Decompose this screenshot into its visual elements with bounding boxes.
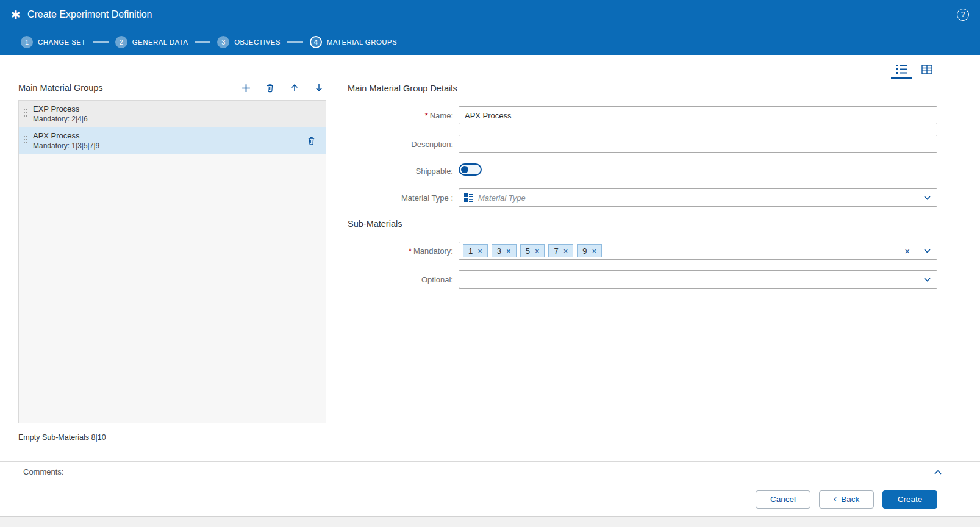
details-title: Main Material Group Details <box>348 82 937 95</box>
step-label: OBJECTIVES <box>234 38 281 46</box>
drag-handle-icon[interactable] <box>23 135 27 147</box>
material-group-item[interactable]: EXP Process Mandatory: 2|4|6 <box>19 101 326 127</box>
page-title: Create Experiment Definition <box>27 9 957 20</box>
toggle-knob <box>461 166 468 173</box>
name-row: *Name: <box>348 106 937 124</box>
app-asterisk-icon: ✱ <box>11 9 21 21</box>
token-remove-icon[interactable]: × <box>506 246 511 256</box>
description-input[interactable] <box>459 135 937 153</box>
shippable-label: Shippable: <box>348 167 459 176</box>
optional-multi-combo[interactable] <box>459 270 937 289</box>
description-label: Description: <box>348 140 459 149</box>
step-number: 1 <box>21 36 33 48</box>
step-label: CHANGE SET <box>38 38 86 46</box>
collapse-chevron-up-icon[interactable] <box>931 465 945 479</box>
main-content: Main Material Groups <box>0 55 980 461</box>
panel-header: Main Material Groups <box>18 77 326 99</box>
comments-label: Comments: <box>23 467 931 476</box>
item-title: APX Process <box>33 131 99 140</box>
item-text: APX Process Mandatory: 1|3|5|7|9 <box>33 131 99 150</box>
step-connector <box>93 41 109 43</box>
description-row: Description: <box>348 135 937 153</box>
delete-button[interactable] <box>263 81 277 95</box>
step-number: 4 <box>310 36 322 48</box>
footer-action-bar: Cancel ‹Back Create <box>0 482 980 516</box>
create-button[interactable]: Create <box>882 490 937 509</box>
material-type-row: Material Type : Material Type <box>348 188 937 207</box>
value-help-icon <box>464 193 473 202</box>
wizard-step-change-set[interactable]: 1 CHANGE SET <box>21 36 86 48</box>
mandatory-dropdown-icon[interactable] <box>917 242 937 259</box>
token-remove-icon[interactable]: × <box>592 246 597 256</box>
token[interactable]: 5× <box>520 244 545 257</box>
drag-handle-icon[interactable] <box>23 108 27 120</box>
step-connector <box>287 41 303 43</box>
optional-row: Optional: <box>348 270 937 289</box>
view-toggle <box>348 61 937 81</box>
step-number: 3 <box>217 36 229 48</box>
list-toolbar <box>238 81 326 95</box>
material-group-details-panel: Main Material Group Details *Name: Descr… <box>348 61 937 461</box>
step-number: 2 <box>115 36 127 48</box>
panel-title: Main Material Groups <box>18 83 238 93</box>
empty-sub-materials-note: Empty Sub-Materials 8|10 <box>18 433 326 442</box>
shippable-toggle[interactable] <box>459 163 482 176</box>
token[interactable]: 7× <box>548 244 573 257</box>
required-marker: * <box>425 111 428 120</box>
optional-dropdown-icon[interactable] <box>917 271 937 288</box>
token-remove-icon[interactable]: × <box>535 246 540 256</box>
step-label: MATERIAL GROUPS <box>327 38 397 46</box>
step-connector <box>195 41 210 43</box>
token-remove-icon[interactable]: × <box>563 246 568 256</box>
move-down-button[interactable] <box>312 81 326 95</box>
wizard-progress: 1 CHANGE SET 2 GENERAL DATA 3 OBJECTIVES… <box>0 29 980 55</box>
material-group-item-selected[interactable]: APX Process Mandatory: 1|3|5|7|9 <box>19 127 326 154</box>
name-label: *Name: <box>348 111 459 120</box>
clear-all-icon[interactable]: × <box>898 246 917 256</box>
main-material-groups-panel: Main Material Groups <box>18 77 326 461</box>
help-icon[interactable]: ? <box>957 9 969 21</box>
sub-materials-title: Sub-Materials <box>348 217 937 231</box>
item-text: EXP Process Mandatory: 2|4|6 <box>33 104 88 123</box>
material-type-dropdown-icon[interactable] <box>917 189 937 206</box>
create-experiment-definition-window: ✱ Create Experiment Definition ? 1 CHANG… <box>0 0 980 527</box>
add-button[interactable] <box>238 81 253 95</box>
wizard-step-general-data[interactable]: 2 GENERAL DATA <box>115 36 188 48</box>
wizard-step-objectives[interactable]: 3 OBJECTIVES <box>217 36 281 48</box>
token[interactable]: 3× <box>492 244 517 257</box>
token-remove-icon[interactable]: × <box>477 246 482 256</box>
material-type-placeholder: Material Type <box>478 193 526 203</box>
form-view-icon[interactable] <box>891 61 912 79</box>
token[interactable]: 9× <box>577 244 602 257</box>
table-view-icon[interactable] <box>917 61 937 79</box>
wizard-step-material-groups[interactable]: 4 MATERIAL GROUPS <box>310 36 397 48</box>
item-subtitle: Mandatory: 2|4|6 <box>33 115 88 123</box>
item-title: EXP Process <box>33 104 88 113</box>
material-type-combo[interactable]: Material Type <box>459 188 937 207</box>
shippable-row: Shippable: <box>348 163 937 178</box>
item-subtitle: Mandatory: 1|3|5|7|9 <box>33 142 99 150</box>
delete-item-icon[interactable] <box>304 134 318 148</box>
name-input[interactable] <box>459 106 937 124</box>
back-button[interactable]: ‹Back <box>819 490 874 509</box>
mandatory-multi-combo[interactable]: 1× 3× 5× 7× 9× × <box>459 242 937 260</box>
optional-label: Optional: <box>348 275 459 284</box>
required-marker: * <box>409 246 412 256</box>
step-label: GENERAL DATA <box>132 38 188 46</box>
material-groups-list: EXP Process Mandatory: 2|4|6 APX Process… <box>18 100 326 423</box>
mandatory-row: *Mandatory: 1× 3× 5× 7× 9× × <box>348 242 937 260</box>
comments-section: Comments: <box>0 461 980 482</box>
bottom-strip <box>0 516 980 527</box>
cancel-button[interactable]: Cancel <box>756 490 810 509</box>
token[interactable]: 1× <box>463 244 488 257</box>
material-type-label: Material Type : <box>348 193 459 203</box>
shell-header: ✱ Create Experiment Definition ? <box>0 0 980 29</box>
move-up-button[interactable] <box>287 81 302 95</box>
mandatory-label: *Mandatory: <box>348 246 459 256</box>
chevron-left-icon: ‹ <box>834 493 837 504</box>
